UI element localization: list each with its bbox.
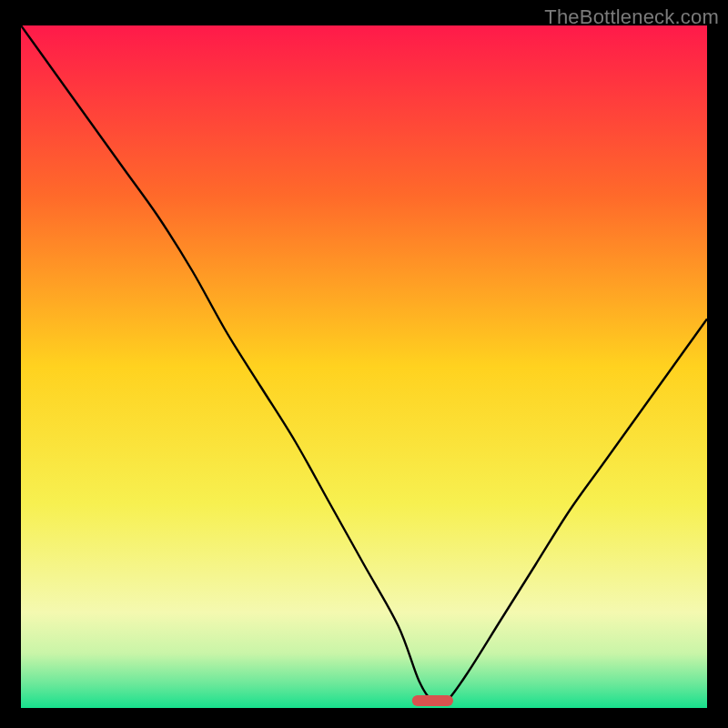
optimal-marker [412, 695, 453, 706]
chart-container [21, 25, 707, 708]
bottleneck-chart [21, 25, 707, 708]
gradient-background [21, 25, 707, 708]
